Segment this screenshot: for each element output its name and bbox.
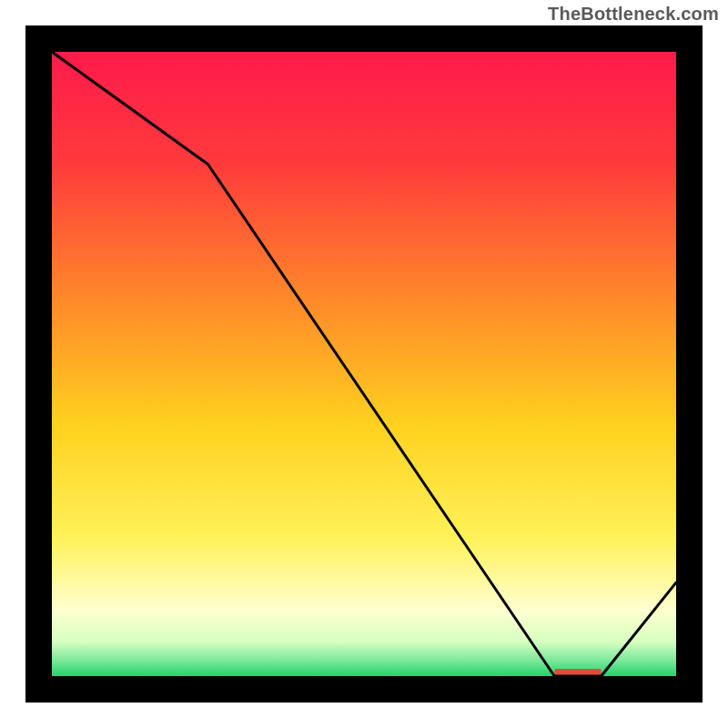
plot-background [52, 52, 676, 676]
chart-container: TheBottleneck.com [0, 0, 728, 728]
gradient-line-chart [0, 0, 728, 728]
plateau-marker [554, 669, 601, 675]
